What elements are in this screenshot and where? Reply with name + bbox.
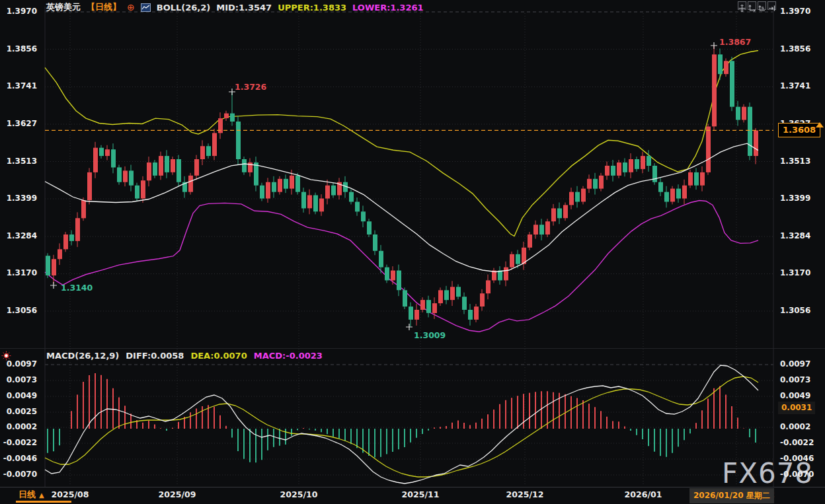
macd-label[interactable]: MACD(26,12,9) — [46, 351, 119, 361]
period-tab-daily[interactable]: 日线 ▲ — [19, 489, 44, 501]
boll-mid-value: MID:1.3547 — [216, 3, 272, 13]
chart-header: 英镑美元 【日线】 ⊕ BOLL(26,2) MID:1.3547 UPPER:… — [46, 1, 424, 13]
high-price-annotation: 1.3726 — [235, 82, 266, 92]
trading-chart-window: 英镑美元 【日线】 ⊕ BOLL(26,2) MID:1.3547 UPPER:… — [0, 0, 825, 504]
y-axis-zoom-right-icon[interactable] — [758, 1, 766, 10]
indicator-chart-icon[interactable] — [141, 3, 151, 12]
date-axis[interactable]: 2025/082025/092025/102025/112025/122026/… — [0, 0, 825, 504]
boll-label[interactable]: BOLL(26,2) — [157, 3, 211, 13]
date-tick-label: 2025/08 — [52, 489, 89, 499]
date-tick-label: 2025/12 — [506, 489, 544, 499]
date-tick-label: 2025/10 — [280, 489, 318, 499]
macd-diff-value: DIFF:0.0058 — [126, 351, 184, 361]
period-tab-label: 日线 — [19, 489, 36, 501]
low-price-annotation: 1.3009 — [414, 330, 446, 340]
boll-upper-value: UPPER:1.3833 — [278, 3, 346, 13]
pan-to-latest-icon[interactable] — [767, 1, 776, 10]
low-price-annotation: 1.3140 — [61, 283, 93, 293]
add-indicator-icon[interactable]: ⊕ — [127, 2, 135, 13]
period-tab-underline — [16, 501, 71, 503]
crosshair-tool-icon[interactable] — [738, 1, 746, 10]
y-axis-zoom-left-icon[interactable] — [748, 1, 756, 10]
high-price-annotation: 1.3867 — [719, 37, 751, 47]
symbol-name: 英镑美元 — [46, 1, 81, 13]
macd-header: MACD(26,12,9) DIFF:0.0058 DEA:0.0070 MAC… — [46, 351, 323, 361]
boll-lower-value: LOWER:1.3261 — [352, 3, 423, 13]
macd-hist-value: MACD:-0.0023 — [254, 351, 323, 361]
chart-toolbar — [738, 1, 776, 10]
current-price-badge: 1.3608 — [778, 123, 820, 137]
date-tick-label: 2026/01 — [625, 489, 662, 499]
price-arrow-icon[interactable] — [816, 122, 824, 127]
current-macd-badge: 0.0031 — [778, 402, 815, 414]
period-tag[interactable]: 【日线】 — [87, 1, 121, 13]
selected-date-badge: 2026/01/20 星期二 — [689, 488, 774, 503]
triangle-up-icon: ▲ — [39, 491, 44, 499]
date-tick-label: 2025/09 — [159, 489, 196, 499]
live-dot-icon — [1, 351, 11, 361]
date-tick-label: 2025/11 — [402, 489, 440, 499]
macd-dea-value: DEA:0.0070 — [190, 351, 247, 361]
